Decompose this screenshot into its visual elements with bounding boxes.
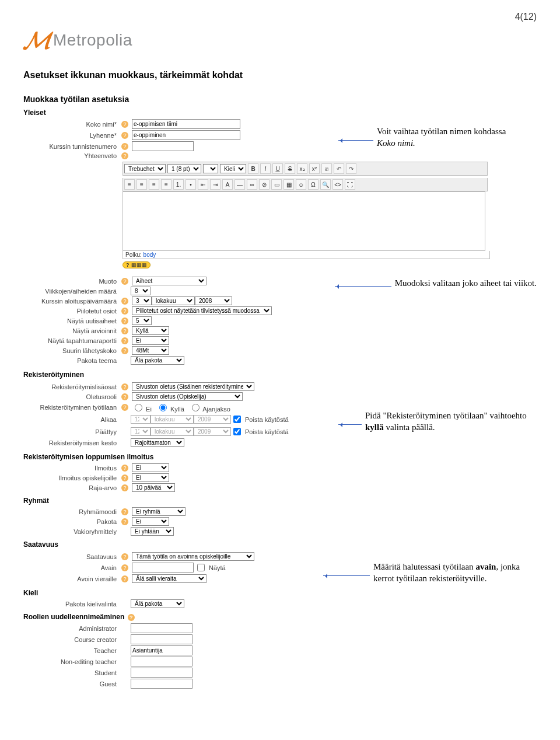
help-icon[interactable]: ? <box>121 308 128 315</box>
select-alkaa-y[interactable]: 2009 <box>194 415 231 424</box>
help-icon[interactable]: ? <box>121 564 128 571</box>
align-justify-icon[interactable]: ≡ <box>161 179 172 190</box>
help-icon[interactable]: ? <box>121 484 128 491</box>
help-icon[interactable]: ? <box>121 278 128 285</box>
checkbox-paattyy-poista[interactable] <box>233 428 241 435</box>
html-icon[interactable]: <> <box>332 179 343 190</box>
editor-size-select[interactable]: 1 (8 pt) <box>167 164 201 173</box>
sup-icon[interactable]: x² <box>309 163 320 174</box>
select-pakota-kieli[interactable]: Älä pakota <box>131 599 184 608</box>
checkbox-alkaa-poista[interactable] <box>233 416 241 423</box>
help-icon[interactable]: ? <box>121 393 128 400</box>
list-bullet-icon[interactable]: • <box>186 179 196 190</box>
editor-style-select[interactable] <box>203 164 218 173</box>
help-icon[interactable]: ? <box>121 508 128 515</box>
help-icon[interactable]: ? <box>121 474 128 481</box>
select-pakota[interactable]: Ei <box>132 517 169 526</box>
select-vakioryhm[interactable]: Ei yhtään <box>131 527 174 536</box>
radio-ei[interactable] <box>135 404 142 411</box>
search-icon[interactable]: 🔍 <box>320 179 331 190</box>
input-koko-nimi[interactable] <box>132 119 240 129</box>
help-icon[interactable]: ? <box>121 347 128 354</box>
select-alkaa-m[interactable]: lokakuu <box>150 415 194 424</box>
fullscreen-icon[interactable]: ⛶ <box>345 179 355 190</box>
help-icon[interactable]: ? <box>121 152 128 159</box>
select-pakota-teema[interactable]: Älä pakota <box>131 356 184 365</box>
select-uutisaiheet[interactable]: 5 <box>132 316 152 325</box>
editor-path-body[interactable]: body <box>144 252 156 258</box>
editor-body[interactable] <box>123 191 485 251</box>
select-paattyy-y[interactable]: 2009 <box>194 427 231 436</box>
input-avain[interactable] <box>132 563 194 573</box>
select-oletusrooli[interactable]: Sivuston oletus (Opiskelija) <box>132 392 243 401</box>
select-alkaa-d[interactable]: 12 <box>131 415 150 424</box>
help-icon[interactable]: ? <box>128 614 135 621</box>
input-net[interactable] <box>131 657 192 666</box>
select-viikkojen[interactable]: 8 <box>131 287 150 295</box>
sub-icon[interactable]: x₂ <box>297 163 307 174</box>
align-left-icon[interactable]: ≡ <box>124 179 135 190</box>
select-suurin[interactable]: 48Mt <box>132 346 169 355</box>
strike-icon[interactable]: S <box>285 163 295 174</box>
table-icon[interactable]: ▦ <box>284 179 294 190</box>
indent-icon[interactable]: ⇥ <box>210 179 220 190</box>
select-year[interactable]: 2008 <box>195 296 232 305</box>
select-ilmoitus[interactable]: Ei <box>132 463 169 472</box>
input-guest[interactable] <box>131 679 192 689</box>
radio-kylla[interactable] <box>159 404 167 411</box>
list-num-icon[interactable]: 1. <box>173 179 184 190</box>
hr-icon[interactable]: — <box>235 179 245 190</box>
outdent-icon[interactable]: ⇤ <box>198 179 208 190</box>
image-icon[interactable]: ▭ <box>271 179 282 190</box>
select-rek-kesto[interactable]: Rajoittamaton <box>131 438 184 447</box>
select-saatavuus[interactable]: Tämä työtila on avoinna opiskelijoille <box>132 552 254 561</box>
radio-ajanjakso[interactable] <box>192 404 200 411</box>
input-admin[interactable] <box>131 623 192 633</box>
help-icon[interactable]: ? <box>121 298 128 305</box>
input-lyhenne[interactable] <box>132 130 240 140</box>
select-avoin-vier[interactable]: Älä salli vieraita <box>132 574 206 583</box>
redo-icon[interactable]: ↷ <box>346 163 356 174</box>
help-icon[interactable]: ? <box>121 575 128 582</box>
editor-font-select[interactable]: Trebuchet <box>124 164 166 173</box>
select-paattyy-m[interactable]: lokakuu <box>150 427 194 436</box>
select-month[interactable]: lokakuu <box>152 296 195 305</box>
select-piilotetut[interactable]: Piilotetut osiot näytetään tiivistetyssä… <box>132 306 272 315</box>
select-tapahtumaraportti[interactable]: Ei <box>132 336 169 345</box>
editor-hint-badge[interactable]: ? ▦▦▦ <box>123 261 150 268</box>
help-icon[interactable]: ? <box>121 404 128 411</box>
undo-icon[interactable]: ↶ <box>334 163 344 174</box>
help-icon[interactable]: ? <box>121 317 128 324</box>
help-icon[interactable]: ? <box>121 132 128 139</box>
italic-icon[interactable]: I <box>260 163 271 174</box>
clean-icon[interactable]: ⎚ <box>321 163 332 174</box>
align-center-icon[interactable]: ≡ <box>136 179 147 190</box>
align-right-icon[interactable]: ≡ <box>149 179 159 190</box>
input-kurssin-tunniste[interactable] <box>132 141 194 151</box>
input-cc[interactable] <box>131 634 192 644</box>
help-icon[interactable]: ? <box>121 337 128 344</box>
help-icon[interactable]: ? <box>121 553 128 560</box>
help-icon[interactable]: ? <box>121 143 128 150</box>
help-icon[interactable]: ? <box>121 465 128 472</box>
editor-lang-select[interactable]: Kieli <box>220 164 246 173</box>
checkbox-nayta[interactable] <box>197 564 205 571</box>
help-icon[interactable]: ? <box>121 383 128 390</box>
color-icon[interactable]: A <box>222 179 233 190</box>
char-icon[interactable]: Ω <box>308 179 318 190</box>
select-arvioinnit[interactable]: Kyllä <box>132 326 169 335</box>
link-icon[interactable]: ∞ <box>247 179 257 190</box>
select-rek-lisa[interactable]: Sivuston oletus (Sisäinen rekisteröitymi… <box>132 382 254 391</box>
select-raja[interactable]: 10 päivää <box>132 483 175 492</box>
help-icon[interactable]: ? <box>121 518 128 525</box>
help-icon[interactable]: ? <box>121 121 128 128</box>
select-ryhmamoodi[interactable]: Ei ryhmiä <box>132 507 186 516</box>
select-muoto[interactable]: Aiheet <box>132 277 206 285</box>
help-icon[interactable]: ? <box>121 327 128 334</box>
select-day[interactable]: 3 <box>132 296 152 305</box>
input-teacher[interactable] <box>131 645 192 655</box>
underline-icon[interactable]: U <box>272 163 283 174</box>
bold-icon[interactable]: B <box>248 163 258 174</box>
select-paattyy-d[interactable]: 12 <box>131 427 150 436</box>
input-student[interactable] <box>131 668 192 678</box>
